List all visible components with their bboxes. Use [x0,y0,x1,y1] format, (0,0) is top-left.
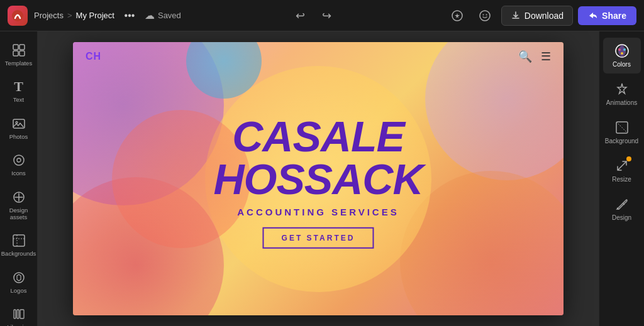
templates-icon [11,43,26,58]
right-sidebar-item-design[interactable]: Design [603,191,641,227]
canvas-subtitle: ACCOUNTING SERVICES [213,206,423,217]
topbar: Projects > My Project ••• ☁ Saved ↩ ↪ [0,0,644,31]
face-button[interactable] [474,4,496,27]
backgrounds-icon [11,233,26,248]
svg-rect-6 [19,45,25,50]
right-sidebar: Colors Animations Background [599,31,644,326]
svg-point-2 [480,11,490,21]
colors-icon [614,43,630,59]
canvas-title: CASALE HOSSACK [213,114,423,200]
download-label: Download [525,11,564,21]
sidebar-item-text[interactable]: T Text [3,74,35,108]
svg-rect-8 [19,51,25,56]
logos-icon [11,270,26,285]
svg-point-11 [14,155,24,165]
svg-point-22 [621,52,623,55]
backgrounds-right-icon [614,119,630,136]
design-assets-icon [11,190,26,205]
share-button[interactable]: Share [578,6,636,25]
canvas-brand-logo: CH [86,51,101,62]
breadcrumb-current-project[interactable]: My Project [76,11,114,20]
left-sidebar: Templates T Text Photos [0,31,38,326]
resize-icon [614,158,630,174]
svg-point-4 [486,14,487,15]
svg-point-21 [623,48,626,51]
project-more-options[interactable]: ••• [121,7,138,24]
svg-rect-18 [20,310,24,318]
topbar-right: Download Share [446,4,636,27]
app-logo[interactable] [8,6,28,26]
sidebar-item-templates[interactable]: Templates [3,38,35,72]
svg-point-12 [17,158,21,162]
text-label: Text [13,96,24,103]
magic-button[interactable] [446,4,469,27]
svg-point-20 [618,48,621,51]
templates-label: Templates [5,60,32,67]
sidebar-item-libraries[interactable]: Libraries [3,302,35,326]
canvas-cta-button[interactable]: GET STARTED [263,227,374,248]
redo-button[interactable]: ↪ [317,6,336,25]
icons-icon [11,153,26,168]
saved-status: ☁ Saved [145,9,181,21]
backgrounds-right-label: Background [605,138,638,145]
canvas-content: CASALE HOSSACK ACCOUNTING SERVICES GET S… [213,114,423,248]
canvas-title-line1: CASALE [213,114,423,157]
libraries-icon [11,307,26,322]
libraries-label: Libraries [7,323,30,326]
canvas-search-icon: 🔍 [518,50,532,63]
sidebar-item-backgrounds[interactable]: Backgrounds [3,228,35,262]
svg-rect-5 [13,45,18,50]
icons-label: Icons [11,170,26,177]
photos-icon [11,116,26,131]
animations-icon [614,81,630,97]
svg-rect-14 [13,235,25,246]
resize-label: Resize [612,176,631,183]
breadcrumb-projects[interactable]: Projects [34,11,64,20]
photos-label: Photos [9,133,28,140]
design-icon [614,196,630,212]
canvas-title-line2: HOSSACK [213,157,423,200]
main-area: Templates T Text Photos [0,31,644,326]
sidebar-item-photos[interactable]: Photos [3,111,35,145]
right-sidebar-item-animations[interactable]: Animations [603,76,641,112]
topbar-center: ↩ ↪ [187,6,440,25]
sidebar-item-logos[interactable]: Logos [3,265,35,299]
design-label: Design [612,214,631,222]
breadcrumb: Projects > My Project [34,11,114,20]
logos-label: Logos [11,287,27,294]
design-assets-label: Design assets [6,207,32,221]
canvas-nav-icons: 🔍 ☰ [518,50,551,63]
svg-rect-17 [17,310,19,318]
canvas-area: CH 🔍 ☰ CASALE HOSSACK ACCOUNTING SERVICE… [38,31,599,326]
design-canvas[interactable]: CH 🔍 ☰ CASALE HOSSACK ACCOUNTING SERVICE… [73,42,564,315]
canvas-menu-icon: ☰ [541,50,551,63]
sidebar-item-design-assets[interactable]: Design assets [3,185,35,226]
undo-button[interactable]: ↩ [291,6,309,25]
right-sidebar-item-colors[interactable]: Colors [603,38,641,73]
sidebar-item-icons[interactable]: Icons [3,148,35,182]
text-icon: T [11,79,26,94]
breadcrumb-sep: > [67,11,72,20]
backgrounds-label: Backgrounds [1,250,36,257]
svg-point-10 [16,121,18,123]
animations-label: Animations [606,99,637,107]
svg-point-3 [482,14,484,15]
right-sidebar-item-resize[interactable]: Resize [603,153,641,188]
resize-badge [626,156,631,161]
download-button[interactable]: Download [501,6,573,26]
svg-rect-7 [13,51,18,56]
canvas-nav: CH 🔍 ☰ [73,42,564,71]
colors-label: Colors [613,61,631,68]
right-sidebar-item-backgrounds[interactable]: Background [603,114,641,150]
svg-rect-16 [14,310,16,318]
share-label: Share [602,11,626,21]
